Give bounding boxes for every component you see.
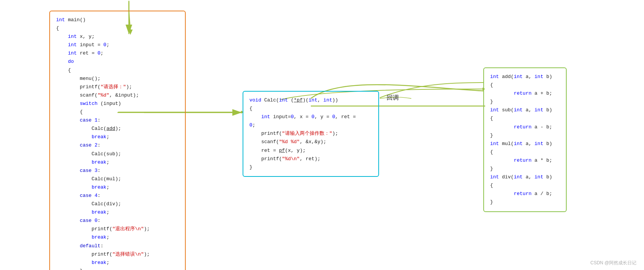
- code-line: return a - b;: [490, 123, 560, 131]
- code-line: printf("请输入两个操作数：");: [249, 130, 372, 138]
- code-line: }: [56, 267, 179, 270]
- code-line: {: [249, 105, 372, 113]
- code-line: }: [490, 165, 560, 173]
- code-line: case 0:: [56, 217, 179, 225]
- code-line: Calc(add);: [56, 125, 179, 133]
- main-code-box: int main() { int x, y; int input = 0; in…: [49, 11, 186, 270]
- code-line: return a + b;: [490, 89, 560, 98]
- code-line: {: [490, 148, 560, 156]
- code-line: {: [56, 66, 179, 75]
- code-line: {: [490, 81, 560, 89]
- code-line: 0;: [249, 121, 372, 130]
- code-line: }: [490, 198, 560, 206]
- code-line: int ret = 0;: [56, 49, 179, 58]
- code-line: break;: [56, 158, 179, 167]
- code-line: case 2:: [56, 141, 179, 150]
- code-line: scanf("%d %d", &x,&y);: [249, 138, 372, 146]
- code-line: break;: [56, 259, 179, 267]
- code-line: }: [490, 131, 560, 140]
- code-line: do: [56, 58, 179, 66]
- code-line: menu();: [56, 75, 179, 83]
- code-line: {: [490, 114, 560, 123]
- calc-code-box: void Calc(int (*pf)(int, int)) { int inp…: [243, 91, 379, 177]
- code-line: default:: [56, 242, 179, 250]
- huidiao-label: 回调: [387, 94, 399, 102]
- code-line: break;: [56, 233, 179, 242]
- code-line: int x, y;: [56, 33, 179, 41]
- code-line: case 3:: [56, 167, 179, 175]
- code-line: int sub(int a, int b): [490, 106, 560, 114]
- code-line: {: [490, 181, 560, 190]
- code-line: break;: [56, 133, 179, 141]
- code-line: int input = 0;: [56, 41, 179, 49]
- code-line: int add(int a, int b): [490, 73, 560, 81]
- code-line: return a / b;: [490, 190, 560, 198]
- code-line: break;: [56, 208, 179, 217]
- code-line: int main(): [56, 16, 179, 24]
- code-line: Calc(mul);: [56, 175, 179, 183]
- code-line: printf("%d\n", ret);: [249, 155, 372, 163]
- code-line: ret = pf(x, y);: [249, 147, 372, 155]
- code-line: break;: [56, 183, 179, 192]
- code-line: return a * b;: [490, 156, 560, 165]
- funcs-code-box: int add(int a, int b) { return a + b; } …: [483, 67, 567, 212]
- code-line: {: [56, 108, 179, 116]
- code-line: printf("选择错误\n");: [56, 250, 179, 259]
- code-line: case 4:: [56, 192, 179, 200]
- code-line: }: [490, 98, 560, 106]
- code-line: switch (input): [56, 100, 179, 108]
- code-line: Calc(div);: [56, 200, 179, 208]
- code-line: scanf("%d", &input);: [56, 91, 179, 100]
- watermark: CSDN @阿然成长日记: [590, 260, 636, 266]
- code-line: printf("退出程序\n");: [56, 225, 179, 233]
- code-line: void Calc(int (*pf)(int, int)): [249, 96, 372, 105]
- code-line: Calc(sub);: [56, 150, 179, 158]
- code-line: int input=0, x = 0, y = 0, ret =: [249, 113, 372, 121]
- code-line: int mul(int a, int b): [490, 140, 560, 148]
- code-line: printf("请选择：");: [56, 83, 179, 91]
- code-line: case 1:: [56, 116, 179, 125]
- code-line: {: [56, 24, 179, 33]
- code-line: }: [249, 163, 372, 172]
- code-line: int div(int a, int b): [490, 173, 560, 181]
